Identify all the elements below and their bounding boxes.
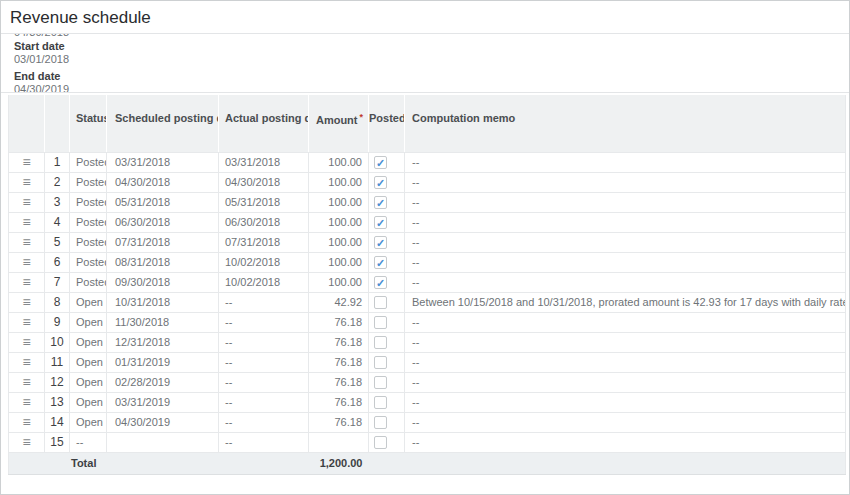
drag-cell: ≡ (9, 192, 45, 212)
computation-memo-cell: -- (405, 392, 846, 412)
posted-checkbox-unchecked[interactable] (374, 436, 387, 449)
amount-cell: 76.18 (309, 372, 369, 392)
table-row: ≡11Open01/31/2019--76.18-- (9, 352, 846, 372)
posted-checkbox-unchecked[interactable] (374, 356, 387, 369)
actual-date-cell: 03/31/2018 (219, 152, 309, 172)
start-date-value: 03/01/2018 (14, 53, 849, 65)
amount-cell: 76.18 (309, 392, 369, 412)
column-header-memo: Computation memo (405, 95, 846, 152)
scheduled-date-cell: 03/31/2018 (107, 152, 219, 172)
computation-memo-cell: -- (405, 212, 846, 232)
posted-checkbox-checked[interactable]: ✓ (374, 236, 387, 249)
posted-checkbox-unchecked[interactable] (374, 316, 387, 329)
line-number-cell: 12 (45, 372, 70, 392)
column-header-amount: Amount* (309, 95, 369, 152)
status-cell: Posted (70, 212, 107, 232)
actual-date-cell: -- (219, 392, 309, 412)
line-number-cell: 7 (45, 272, 70, 292)
computation-memo-cell: -- (405, 172, 846, 192)
actual-date-cell: 05/31/2018 (219, 192, 309, 212)
posted-checkbox-unchecked[interactable] (374, 336, 387, 349)
scheduled-date-cell: 01/31/2019 (107, 352, 219, 372)
start-date-label: Start date (14, 40, 849, 52)
posted-cell: ✓ (369, 152, 405, 172)
table-row: ≡7Posted09/30/201810/02/2018100.00✓-- (9, 272, 846, 292)
line-number-cell: 6 (45, 252, 70, 272)
end-date-value: 04/30/2019 (14, 83, 849, 93)
line-number-cell: 4 (45, 212, 70, 232)
computation-memo-cell: -- (405, 312, 846, 332)
drag-handle-icon[interactable]: ≡ (22, 355, 30, 369)
status-cell: Posted (70, 252, 107, 272)
line-number-cell: 8 (45, 292, 70, 312)
drag-handle-icon[interactable]: ≡ (22, 315, 30, 329)
column-header-line (45, 95, 70, 152)
total-row: Total 1,200.00 (9, 452, 846, 474)
posted-checkbox-checked[interactable]: ✓ (374, 216, 387, 229)
posted-checkbox-checked[interactable]: ✓ (374, 176, 387, 189)
clipped-field-value: 04/30/2018 (14, 34, 849, 38)
posted-cell (369, 312, 405, 332)
status-cell: -- (70, 432, 107, 452)
line-number-cell: 9 (45, 312, 70, 332)
actual-date-cell: -- (219, 332, 309, 352)
table-row: ≡2Posted04/30/201804/30/2018100.00✓-- (9, 172, 846, 192)
amount-cell: 100.00 (309, 252, 369, 272)
line-number-cell: 3 (45, 192, 70, 212)
amount-cell: 76.18 (309, 332, 369, 352)
drag-handle-icon[interactable]: ≡ (22, 235, 30, 249)
drag-handle-icon[interactable]: ≡ (22, 155, 30, 169)
drag-handle-icon[interactable]: ≡ (22, 375, 30, 389)
posted-checkbox-unchecked[interactable] (374, 296, 387, 309)
computation-memo-cell: -- (405, 232, 846, 252)
line-number-cell: 2 (45, 172, 70, 192)
amount-cell: 76.18 (309, 412, 369, 432)
actual-date-cell: -- (219, 372, 309, 392)
drag-handle-icon[interactable]: ≡ (22, 195, 30, 209)
drag-handle-icon[interactable]: ≡ (22, 175, 30, 189)
table-row: ≡6Posted08/31/201810/02/2018100.00✓-- (9, 252, 846, 272)
amount-cell: 100.00 (309, 272, 369, 292)
drag-handle-icon[interactable]: ≡ (22, 255, 30, 269)
status-cell: Posted (70, 192, 107, 212)
posted-checkbox-checked[interactable]: ✓ (374, 196, 387, 209)
drag-handle-icon[interactable]: ≡ (22, 435, 30, 449)
status-cell: Open (70, 412, 107, 432)
drag-handle-icon[interactable]: ≡ (22, 275, 30, 289)
status-cell: Posted (70, 232, 107, 252)
posted-checkbox-unchecked[interactable] (374, 416, 387, 429)
drag-handle-icon[interactable]: ≡ (22, 335, 30, 349)
drag-cell: ≡ (9, 312, 45, 332)
drag-handle-icon[interactable]: ≡ (22, 395, 30, 409)
posted-checkbox-unchecked[interactable] (374, 396, 387, 409)
posted-checkbox-checked[interactable]: ✓ (374, 156, 387, 169)
drag-cell: ≡ (9, 252, 45, 272)
table-row: ≡3Posted05/31/201805/31/2018100.00✓-- (9, 192, 846, 212)
computation-memo-cell: -- (405, 432, 846, 452)
computation-memo-cell: -- (405, 352, 846, 372)
scheduled-date-cell: 04/30/2018 (107, 172, 219, 192)
actual-date-cell: 04/30/2018 (219, 172, 309, 192)
posted-checkbox-checked[interactable]: ✓ (374, 256, 387, 269)
line-number-cell: 10 (45, 332, 70, 352)
status-cell: Posted (70, 272, 107, 292)
drag-handle-icon[interactable]: ≡ (22, 415, 30, 429)
posted-checkbox-checked[interactable]: ✓ (374, 276, 387, 289)
amount-cell: 76.18 (309, 312, 369, 332)
total-row-spacer (369, 452, 846, 474)
posted-checkbox-unchecked[interactable] (374, 376, 387, 389)
scheduled-date-cell: 05/31/2018 (107, 192, 219, 212)
drag-handle-icon[interactable]: ≡ (22, 215, 30, 229)
amount-cell: 100.00 (309, 232, 369, 252)
field-end-date: End date 04/30/2019 (14, 70, 849, 93)
table-row: ≡8Open10/31/2018--42.92Between 10/15/201… (9, 292, 846, 312)
total-value: 1,200.00 (309, 452, 369, 474)
drag-handle-icon[interactable]: ≡ (22, 295, 30, 309)
status-cell: Open (70, 352, 107, 372)
table-row: ≡5Posted07/31/201807/31/2018100.00✓-- (9, 232, 846, 252)
drag-cell: ≡ (9, 412, 45, 432)
table-row: ≡14Open04/30/2019--76.18-- (9, 412, 846, 432)
actual-date-cell: -- (219, 292, 309, 312)
line-number-cell: 14 (45, 412, 70, 432)
actual-date-cell: 10/02/2018 (219, 272, 309, 292)
